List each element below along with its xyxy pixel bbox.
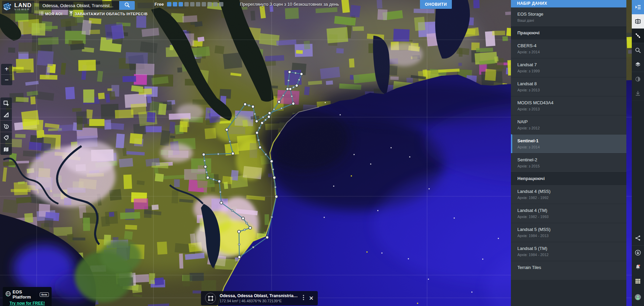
notifications-icon [635, 264, 641, 270]
logo-text-viewer: VIEWER [14, 8, 32, 11]
dataset-item-landsat-5-tm-[interactable]: Landsat 5 (TM)Архів: 1984 - 2012 [511, 242, 626, 261]
dataset-item-label: MODIS MCD43A4 [517, 100, 626, 105]
landviewer-logo[interactable]: LAND VIEWER [2, 1, 34, 14]
beta-badge: Beta [40, 292, 49, 297]
search-bar [39, 1, 135, 10]
dataset-item-archive: Архів: з 2013 [517, 107, 626, 111]
globe-logo-icon [3, 1, 12, 12]
layers-button[interactable] [632, 57, 644, 72]
dataset-item-archive: Архів: 1982 - 1993 [517, 215, 626, 219]
aoi-close-button[interactable]: ✕ [309, 295, 314, 301]
measure-icon [3, 112, 9, 118]
try-free-link[interactable]: Try now for FREE! [5, 301, 49, 306]
basemap-button[interactable] [0, 144, 12, 155]
logo-text-land: LAND [14, 3, 32, 8]
share-button[interactable] [632, 231, 644, 246]
quota-progress [167, 2, 223, 6]
dataset-item-sentinel-1[interactable]: Sentinel-1Архів: з 2014 [511, 134, 626, 153]
aoi-polygon-icon [205, 293, 216, 304]
dataset-panel: НАБІР ДАНИХ EOS StorageВаші даніПрацюючі… [511, 0, 626, 306]
dataset-item-cbers-4[interactable]: CBERS-4Архів: з 2014 [511, 39, 626, 58]
contrast-icon [635, 76, 641, 82]
quota-square [213, 2, 218, 6]
dataset-item-eos-storage[interactable]: EOS StorageВаші дані [511, 7, 626, 26]
dataset-item-archive: Архів: з 2014 [517, 145, 626, 149]
datasets-panel-button[interactable] [632, 0, 644, 14]
info-button[interactable] [0, 121, 12, 132]
aoi-measurements: 172.94 km² | 46.48376°N 30.72139°E [220, 299, 301, 303]
user-avatar [635, 294, 641, 300]
dataset-item-label: Sentinel-1 [517, 138, 626, 143]
dataset-item-label: Landsat 7 [517, 62, 626, 67]
dataset-item-naip[interactable]: NAIPАрхів: з 2012 [511, 115, 626, 134]
info-icon [3, 123, 9, 129]
dataset-item-archive: Архів: 1984 - 2012 [517, 253, 626, 257]
search-button[interactable] [119, 1, 135, 10]
search-icon [124, 2, 130, 9]
dataset-item-landsat-4-mss-[interactable]: Landsat 4 (MSS)Архів: 1982 - 1992 [511, 185, 626, 204]
quota-square [207, 2, 212, 6]
dataset-item-label: Landsat 5 (TM) [517, 246, 626, 251]
dataset-item-label: Terrain Tiles [517, 265, 626, 270]
compare-slider-icon [635, 18, 641, 24]
quota-square [190, 2, 195, 6]
quota-square [179, 2, 183, 6]
dataset-item-label: NAIP [517, 119, 626, 124]
dataset-item-label: Landsat 5 (MSS) [517, 227, 626, 232]
dataset-section-непрацюючі: Непрацюючі [511, 172, 626, 185]
download-button[interactable] [632, 86, 644, 101]
tags-icon [3, 135, 9, 141]
quota-square [184, 2, 189, 6]
dataset-item-landsat-5-mss-[interactable]: Landsat 5 (MSS)Архів: 1984 - 2013 [511, 223, 626, 242]
refresh-button[interactable]: ОНОВИТИ [420, 0, 452, 9]
measure-button[interactable] [0, 109, 12, 120]
dataset-item-label: Sentinel-2 [517, 157, 626, 162]
download-circle-icon [635, 250, 641, 256]
dataset-item-label: Landsat 8 [517, 81, 626, 86]
satellite-button[interactable] [632, 29, 644, 43]
my-aoi-button[interactable]: МОЯ AOI [39, 12, 62, 16]
dataset-item-archive: Архів: 1982 - 1992 [517, 196, 626, 200]
satellite-icon [635, 33, 641, 39]
upload-aoi-button[interactable]: ЗАВАНТАЖИТИ ОБЛАСТЬ ІНТЕРЕСІВ [69, 11, 148, 16]
draw-aoi-icon [3, 100, 9, 106]
quota-square [202, 2, 206, 6]
download-circle-button[interactable] [632, 246, 644, 260]
dataset-item-sentinel-2[interactable]: Sentinel-2Архів: з 2015 [511, 153, 626, 172]
dataset-list: EOS StorageВаші даніПрацюючіCBERS-4Архів… [511, 7, 626, 280]
dataset-item-archive: Архів: 1984 - 2013 [517, 234, 626, 238]
search-scenes-icon [635, 47, 641, 53]
user-avatar-button[interactable] [632, 288, 644, 306]
dataset-item-archive: Архів: з 2013 [517, 88, 626, 92]
dataset-item-modis-mcd43a4[interactable]: MODIS MCD43A4Архів: з 2013 [511, 96, 626, 115]
compare-slider-button[interactable] [632, 14, 644, 29]
search-scenes-button[interactable] [632, 43, 644, 57]
download-icon [635, 90, 641, 96]
dataset-item-landsat-8[interactable]: Landsat 8Архів: з 2013 [511, 77, 626, 96]
zoom-in-button[interactable]: + [1, 64, 12, 74]
contrast-button[interactable] [632, 72, 644, 86]
dataset-item-landsat-7[interactable]: Landsat 7Архів: з 1999 [511, 58, 626, 77]
datasets-panel-icon [635, 4, 641, 10]
apps-grid-icon [635, 278, 641, 284]
upload-icon [69, 11, 73, 16]
quota-square [173, 2, 177, 6]
dataset-item-landsat-4-tm-[interactable]: Landsat 4 (TM)Архів: 1982 - 1993 [511, 204, 626, 223]
draw-aoi-button[interactable] [0, 97, 12, 109]
search-input[interactable] [39, 1, 119, 10]
tags-button[interactable] [0, 132, 12, 143]
dataset-section-працюючі: Працюючі [511, 26, 626, 39]
zoom-out-button[interactable]: − [1, 74, 12, 85]
apps-grid-button[interactable] [632, 274, 644, 288]
dataset-item-terrain-tiles[interactable]: Terrain Tiles [511, 261, 626, 280]
aoi-menu-button[interactable] [301, 295, 306, 302]
map-tools [0, 97, 12, 155]
scene-quota-bar: Free Пререглянуто 3 сцен з 10 безкоштовн… [154, 2, 339, 7]
dataset-item-label: Landsat 4 (MSS) [517, 189, 626, 194]
notifications-button[interactable] [632, 260, 644, 274]
quota-square [196, 2, 200, 6]
layers-icon [635, 61, 641, 68]
dataset-item-archive: Архів: з 2014 [517, 50, 626, 54]
dataset-item-label: EOS Storage [517, 12, 626, 17]
eos-globe-icon [5, 291, 11, 298]
